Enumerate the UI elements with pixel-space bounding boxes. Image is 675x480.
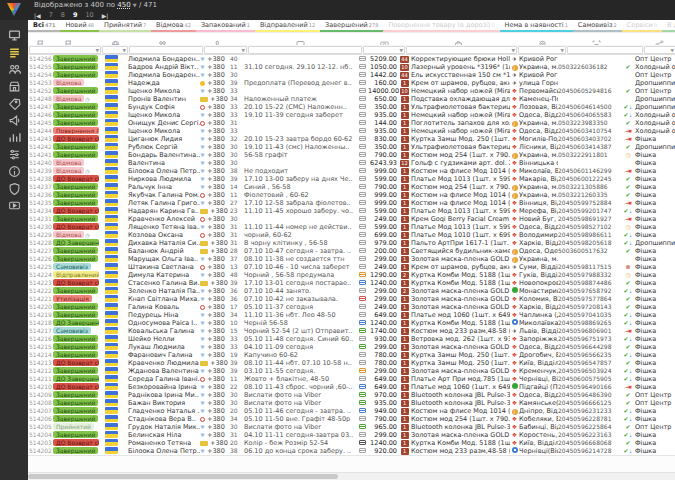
page-size-value[interactable]: 450	[117, 1, 130, 9]
phone-cell[interactable]: +380	[200, 87, 230, 95]
status-badge[interactable]: Відмова	[53, 95, 84, 102]
scrollbar-thumb[interactable]	[28, 474, 338, 479]
ttn-number[interactable]: 20450604065583	[558, 111, 622, 119]
ttn-number[interactable]: 20450603403702	[558, 135, 622, 143]
status-badge[interactable]: Завершений	[53, 367, 98, 374]
order-id[interactable]: 514255	[28, 63, 52, 71]
order-status[interactable]: Завершений	[52, 71, 100, 79]
status-badge[interactable]: Самовивіз	[53, 263, 91, 270]
order-id[interactable]: 514234	[28, 207, 52, 215]
phone-cell[interactable]: +380	[200, 71, 230, 79]
phone-cell[interactable]: +380	[200, 271, 230, 279]
order-status[interactable]: ДО Возврат ск..	[52, 135, 100, 143]
order-status[interactable]: Завершений	[52, 103, 100, 111]
horizontal-scrollbar[interactable]	[0, 472, 675, 480]
ttn-number[interactable]: 20450596490166	[558, 383, 622, 391]
column-filter-input[interactable]: ▼	[644, 46, 675, 54]
ttn-number[interactable]: 20450596231233	[558, 407, 622, 415]
phone-cell[interactable]: +380	[200, 167, 230, 175]
order-id[interactable]: 514216	[28, 335, 52, 343]
status-badge[interactable]: Завершений	[53, 311, 98, 318]
status-badge[interactable]: Завершений	[53, 287, 98, 294]
phone-cell[interactable]: +380	[200, 447, 230, 455]
ttn-number[interactable]: 20450596644298	[558, 343, 622, 351]
status-badge[interactable]: ДО Возврат ск..	[53, 279, 99, 286]
phone-cell[interactable]: +380	[200, 247, 230, 255]
column-filter-input[interactable]: ▼	[204, 46, 247, 54]
order-id[interactable]: 514256	[28, 55, 52, 63]
order-id[interactable]: 514225	[28, 263, 52, 271]
ttn-number[interactable]: 20450604614500	[558, 103, 622, 111]
order-id[interactable]: 514209	[28, 391, 52, 399]
status-badge[interactable]: ДО Возврат ск..	[53, 135, 99, 142]
column-filter-input[interactable]	[248, 46, 362, 54]
order-id[interactable]: 514254	[28, 71, 52, 79]
order-id[interactable]: 514207	[28, 407, 52, 415]
phone-cell[interactable]: +380	[200, 199, 230, 207]
order-status[interactable]: Завершений	[52, 119, 100, 127]
status-badge[interactable]: Завершений	[53, 335, 98, 342]
status-badge[interactable]: Завершений	[53, 215, 98, 222]
order-id[interactable]: 514214	[28, 351, 52, 359]
order-status[interactable]: Завершений	[52, 343, 100, 351]
order-status[interactable]: ДО Завершено	[52, 375, 100, 383]
phone-cell[interactable]: +380	[200, 351, 230, 359]
order-id[interactable]: 514208	[28, 399, 52, 407]
phone-cell[interactable]: +380	[200, 423, 230, 431]
status-badge[interactable]: Завершений	[53, 391, 98, 398]
order-id[interactable]: 514247	[28, 103, 52, 111]
phone-cell[interactable]: +380	[200, 303, 230, 311]
status-badge[interactable]: Утилізація	[53, 295, 92, 302]
ttn-number[interactable]: 20450598986611	[558, 231, 622, 239]
tab-Прийнятий[interactable]: Прийнятий7	[99, 20, 151, 32]
status-badge[interactable]: Завершений	[53, 199, 98, 206]
column-filter-input[interactable]	[129, 46, 203, 54]
order-id[interactable]: 514237	[28, 183, 52, 191]
tab-Запакований[interactable]: Запакований1	[196, 20, 255, 32]
status-badge[interactable]: Завершений	[53, 415, 98, 422]
order-status[interactable]: Самовивіз	[52, 327, 100, 335]
sidebar-item-analytics-icon[interactable]	[0, 129, 28, 146]
phone-cell[interactable]: +380	[200, 255, 230, 263]
order-status[interactable]: Завершений	[52, 391, 100, 399]
ttn-number[interactable]: 20450598527102	[558, 223, 622, 231]
column-filter-input[interactable]: ▼	[406, 46, 517, 54]
ttn-number[interactable]: 20450597988332	[558, 271, 622, 279]
order-status[interactable]: Завершений	[52, 335, 100, 343]
order-status[interactable]: Завершений	[52, 287, 100, 295]
order-id[interactable]: 514226	[28, 255, 52, 263]
order-status[interactable]: Відмова	[52, 159, 100, 167]
order-id[interactable]: 514213	[28, 359, 52, 367]
status-badge[interactable]: Відмова	[53, 159, 84, 166]
phone-cell[interactable]: +380	[200, 55, 230, 63]
order-status[interactable]: Завершений	[52, 303, 100, 311]
order-status[interactable]: Завершений	[52, 447, 100, 455]
ttn-number[interactable]: 20450601146299	[558, 167, 622, 175]
phone-cell[interactable]: +380	[200, 431, 230, 439]
order-id[interactable]: 514227	[28, 247, 52, 255]
order-id[interactable]: 514223	[28, 279, 52, 287]
sidebar-item-protection-icon[interactable]	[0, 180, 28, 197]
phone-cell[interactable]: +380	[200, 223, 230, 231]
ttn-number[interactable]: 0503222911801	[558, 151, 622, 159]
column-filter-input[interactable]: ▼	[518, 46, 566, 54]
tab-Відмова[interactable]: Відмова42	[151, 20, 196, 32]
order-status[interactable]: Завершений	[52, 247, 100, 255]
page-number-10[interactable]: 10	[85, 11, 93, 19]
ttn-number[interactable]: 20450598205618	[558, 239, 622, 247]
phone-cell[interactable]: +380	[200, 319, 230, 327]
ttn-number[interactable]: 20450596751973	[558, 335, 622, 343]
ttn-number[interactable]: 20450603414387	[558, 143, 622, 151]
status-badge[interactable]: Завершений	[53, 143, 98, 150]
status-badge[interactable]: Завершений	[53, 111, 98, 118]
order-status[interactable]: Відмова◷	[52, 231, 100, 239]
order-id[interactable]: 514203	[28, 439, 52, 447]
chevron-down-icon[interactable]: ▼	[242, 48, 245, 53]
phone-cell[interactable]: +380	[200, 183, 230, 191]
order-id[interactable]: 514236	[28, 191, 52, 199]
order-id[interactable]: 514215	[28, 343, 52, 351]
status-badge[interactable]: Завершений	[53, 399, 98, 406]
ttn-number[interactable]: 20450603410754	[558, 127, 622, 135]
status-badge[interactable]: ДО Возврат ск..	[53, 383, 99, 390]
chevron-down-icon[interactable]: ▼	[512, 48, 515, 53]
